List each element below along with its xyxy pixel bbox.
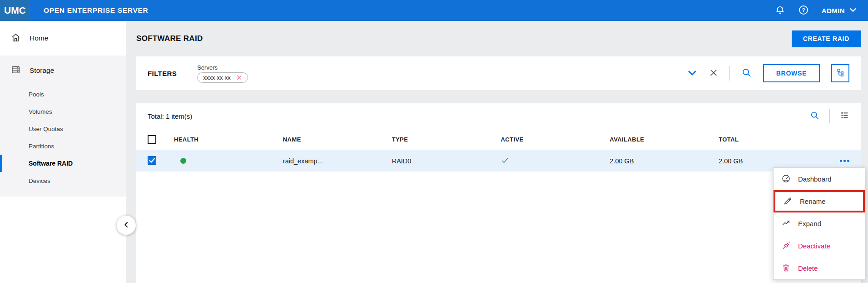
sidebar-item-partitions[interactable]: Partitions	[0, 137, 126, 155]
unplug-icon	[781, 241, 791, 252]
umc-logo[interactable]: UMC	[0, 0, 30, 21]
filters-actions: BROWSE	[687, 64, 849, 82]
search-icon	[741, 67, 752, 79]
expand-trend-icon	[781, 218, 791, 229]
table-search-button[interactable]	[810, 111, 819, 121]
sidebar-item-label: Storage	[30, 66, 54, 75]
sidebar-item-label: Volumes	[29, 108, 52, 115]
sidebar-item-pools[interactable]: Pools	[0, 86, 126, 103]
user-name: ADMIN	[822, 7, 845, 15]
bell-icon	[775, 5, 785, 16]
table-row[interactable]: raid_examp... RAID0 2.00 GB 2.00 GB	[136, 150, 861, 172]
sidebar-item-user-quotas[interactable]: User Quotas	[0, 120, 126, 137]
total-cell: 2.00 GB	[719, 157, 828, 165]
list-view-button[interactable]	[840, 111, 849, 121]
menu-item-dashboard[interactable]: Dashboard	[774, 168, 865, 190]
search-icon	[810, 111, 819, 121]
health-cell	[174, 158, 283, 164]
close-icon	[709, 68, 718, 79]
chip-close-icon[interactable]	[236, 75, 242, 81]
sidebar-item-volumes[interactable]: Volumes	[0, 103, 126, 120]
pencil-icon	[783, 196, 793, 207]
raid-table: Total: 1 item(s)	[136, 103, 861, 283]
server-filter-chip-value: xxxx-xx-xx	[203, 74, 231, 81]
type-cell: RAID0	[392, 157, 501, 165]
chevron-down-icon	[849, 6, 857, 15]
menu-item-label: Delete	[798, 264, 818, 272]
sidebar-item-label: Pools	[29, 91, 44, 98]
sidebar-collapse-button[interactable]	[117, 216, 136, 235]
active-cell	[501, 156, 610, 166]
available-cell: 2.00 GB	[610, 157, 719, 165]
column-header-active[interactable]: ACTIVE	[501, 136, 610, 143]
sidebar-item-label: User Quotas	[29, 126, 63, 132]
tree-view-icon	[836, 68, 845, 79]
servers-filter-label: Servers	[197, 64, 248, 71]
trash-icon	[781, 263, 791, 274]
help-button[interactable]: ?	[798, 5, 809, 17]
menu-item-label: Dashboard	[798, 175, 831, 183]
browse-button[interactable]: BROWSE	[763, 64, 820, 82]
filters-label: FILTERS	[148, 70, 177, 77]
name-cell[interactable]: raid_examp...	[283, 157, 392, 165]
list-view-icon	[840, 111, 849, 121]
user-menu[interactable]: ADMIN	[822, 6, 857, 15]
filters-bar: FILTERS Servers xxxx-xx-xx	[136, 56, 861, 90]
menu-item-rename[interactable]: Rename	[774, 190, 865, 212]
chevron-down-icon	[687, 67, 698, 80]
sidebar-item-storage[interactable]: Storage	[0, 56, 126, 86]
column-header-type[interactable]: TYPE	[392, 136, 501, 143]
divider	[729, 66, 730, 81]
row-checkbox-checked[interactable]	[148, 156, 156, 166]
table-header-row: HEALTH NAME TYPE ACTIVE AVAILABLE TOTAL	[136, 129, 861, 150]
menu-item-delete[interactable]: Delete	[774, 257, 865, 279]
home-icon	[10, 32, 21, 45]
menu-item-label: Deactivate	[798, 242, 830, 250]
storage-icon	[10, 65, 21, 77]
table-toolbar-actions	[810, 109, 849, 123]
select-all-checkbox[interactable]	[148, 135, 156, 144]
sidebar: Home Storage Pools Volumes User Quota	[0, 21, 126, 283]
divider	[829, 109, 830, 123]
create-raid-button[interactable]: CREATE RAID	[792, 30, 861, 47]
notifications-button[interactable]	[775, 5, 785, 16]
sidebar-item-home[interactable]: Home	[0, 21, 126, 56]
menu-item-expand[interactable]: Expand	[774, 212, 865, 235]
column-header-name[interactable]: NAME	[283, 136, 392, 143]
column-header-available[interactable]: AVAILABLE	[610, 136, 719, 143]
row-context-menu: Dashboard Rename Expand	[773, 167, 865, 280]
page-header: SOFTWARE RAID CREATE RAID	[136, 21, 861, 56]
health-ok-icon	[180, 158, 186, 164]
object-tree-button[interactable]	[831, 64, 849, 82]
server-filter-chip[interactable]: xxxx-xx-xx	[197, 72, 248, 83]
sidebar-item-devices[interactable]: Devices	[0, 172, 126, 189]
active-check-icon	[501, 156, 509, 166]
dashboard-gauge-icon	[781, 174, 791, 185]
column-header-health[interactable]: HEALTH	[174, 136, 283, 143]
row-actions-ellipsis-icon[interactable]	[840, 160, 849, 162]
product-title: OPEN ENTERPRISE SERVER	[44, 6, 148, 15]
menu-item-label: Rename	[800, 197, 826, 205]
help-icon: ?	[798, 5, 809, 17]
column-header-total[interactable]: TOTAL	[719, 136, 828, 143]
total-count: Total: 1 item(s)	[148, 112, 192, 120]
topbar-actions: ? ADMIN	[775, 5, 868, 17]
menu-item-deactivate[interactable]: Deactivate	[774, 235, 865, 257]
umc-logo-text: UMC	[4, 5, 26, 16]
sidebar-item-label: Home	[30, 34, 48, 42]
top-bar: UMC OPEN ENTERPRISE SERVER ? ADMIN	[0, 0, 868, 21]
filters-collapse-button[interactable]	[687, 67, 698, 80]
chevron-left-icon	[123, 221, 130, 230]
menu-item-label: Expand	[798, 220, 821, 227]
filters-clear-button[interactable]	[709, 68, 718, 79]
servers-filter-group: Servers xxxx-xx-xx	[197, 64, 248, 83]
sidebar-item-label: Devices	[29, 177, 50, 184]
filters-search-button[interactable]	[741, 67, 752, 79]
sidebar-item-software-raid[interactable]: Software RAID	[0, 155, 126, 172]
table-toolbar: Total: 1 item(s)	[136, 103, 861, 129]
sidebar-item-label: Partitions	[29, 143, 54, 150]
sidebar-item-label: Software RAID	[29, 160, 73, 167]
main-content: SOFTWARE RAID CREATE RAID FILTERS Server…	[126, 21, 868, 283]
svg-text:?: ?	[802, 7, 805, 13]
sidebar-storage-group: Storage Pools Volumes User Quotas Partit…	[0, 56, 126, 197]
